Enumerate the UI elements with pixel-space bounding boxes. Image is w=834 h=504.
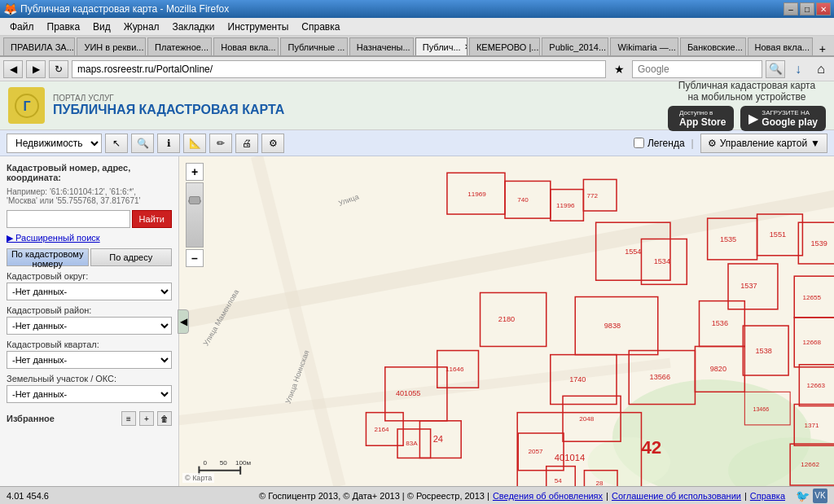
expand-search-link[interactable]: ▶ Расширенный поиск [7,233,172,243]
svg-text:12662: 12662 [801,461,819,468]
new-tab-button[interactable]: + [814,42,831,55]
store-buttons: Доступно в App Store ▶ ЗАГРУЗИТЕ НА Goog… [668,106,826,131]
svg-text:100м: 100м [235,459,252,467]
favorites-add-icon[interactable]: + [139,411,154,426]
cadastral-okrug-label: Кадастровый округ: [7,271,172,281]
favorites-row: Избранное ≡ + 🗑 [7,411,172,426]
svg-text:28: 28 [596,480,604,486]
menu-bookmarks[interactable]: Закладки [166,20,222,34]
search-label: Кадастровый номер, адрес, координата: [7,163,172,182]
svg-text:1537: 1537 [740,282,757,290]
info-tool-button[interactable]: ℹ [157,134,180,153]
reload-button[interactable]: ↻ [49,60,68,78]
search-by-address-tab[interactable]: По адресу [90,248,173,266]
tab-0[interactable]: ПРАВИЛА ЗА...✕ [3,37,75,55]
favorites-list-icon[interactable]: ≡ [121,411,136,426]
maximize-button[interactable]: □ [800,2,814,15]
tab-2[interactable]: Платежное...✕ [147,37,212,55]
menu-help[interactable]: Справка [295,20,346,34]
forward-button[interactable]: ▶ [26,60,46,78]
tab-9[interactable]: Wikimaria —...✕ [610,37,678,55]
menu-tools[interactable]: Инструменты [222,20,296,34]
tab-7[interactable]: КЕМЕРОВО |...✕ [469,37,540,55]
svg-text:13466: 13466 [753,406,769,413]
cursor-tool-button[interactable]: ↖ [105,134,128,153]
favorites-delete-icon[interactable]: 🗑 [157,411,172,426]
tab-6[interactable]: Публич...✕ [415,37,467,55]
title-bar: 🦊 Публичная кадастровая карта - Mozilla … [0,0,834,18]
update-info-link[interactable]: Сведения об обновлениях [493,491,603,501]
close-button[interactable]: ✕ [816,2,831,15]
vk-icon[interactable]: VK [813,489,827,503]
svg-text:42: 42 [641,437,661,458]
app-store-button[interactable]: Доступно в App Store [668,106,734,131]
svg-text:1539: 1539 [811,239,827,248]
zemelniy-label: Земельный участок / ОКС: [7,374,172,383]
print-tool-button[interactable]: 🖨 [235,134,258,153]
google-play-label: Google play [762,116,818,128]
tab-11[interactable]: Новая вкла...✕ [748,37,813,55]
svg-text:0: 0 [203,459,207,467]
search-by-cadastral-tab[interactable]: По кадастровому номеру [7,248,89,266]
help-link[interactable]: Справка [750,491,785,501]
tab-3[interactable]: Новая вкла...✕ [213,37,279,55]
svg-text:2048: 2048 [579,415,595,423]
menu-file[interactable]: Файл [3,20,41,34]
zoom-out-button[interactable]: – [186,249,204,267]
draw-tool-button[interactable]: ✏ [209,134,232,153]
svg-text:1534: 1534 [654,257,670,265]
twitter-icon[interactable]: 🐦 [795,489,810,503]
cadastral-okrug-select[interactable]: -Нет данных- [7,283,172,300]
minimize-button[interactable]: – [784,2,798,15]
share-tool-button[interactable]: ⚙ [261,134,284,153]
terms-link[interactable]: Соглашение об использовании [612,491,741,501]
zemelniy-group: Земельный участок / ОКС: -Нет данных- [7,374,172,403]
svg-text:13566: 13566 [650,373,670,381]
menu-history[interactable]: Журнал [117,20,166,34]
zoom-in-button[interactable]: + [186,163,204,181]
zemelniy-select[interactable]: -Нет данных- [7,385,172,403]
zoom-controls: + – [186,163,204,267]
back-button[interactable]: ◀ [3,60,23,78]
legend-checkbox-label[interactable]: Легенда [634,138,685,149]
svg-text:50: 50 [220,459,228,467]
map-area[interactable]: Улица Маменлова Улица Ноинская Улица 119… [179,156,834,486]
svg-text:12663: 12663 [806,382,825,389]
bookmark-star-icon[interactable]: ★ [609,60,629,78]
zoom-slider[interactable] [186,182,204,248]
tab-1[interactable]: УИН в рекви...✕ [77,37,146,55]
address-input[interactable] [72,60,606,78]
measure-tool-button[interactable]: 📐 [183,134,206,153]
svg-text:2057: 2057 [528,448,543,455]
tab-8[interactable]: Public_2014...✕ [542,37,608,55]
svg-text:11969: 11969 [467,191,486,198]
search-button[interactable]: 🔍 [766,60,785,78]
menu-view[interactable]: Вид [86,20,117,34]
svg-text:54: 54 [555,477,563,484]
tab-4[interactable]: Публичные ...✕ [280,37,347,55]
tab-10[interactable]: Банковские...✕ [680,37,746,55]
legend-checkbox[interactable] [634,138,644,148]
cadastral-rayon-select[interactable]: -Нет данных- [7,317,172,335]
tab-close-6[interactable]: ✕ [464,42,467,51]
menu-edit[interactable]: Правка [41,20,87,34]
main-content: Кадастровый номер, адрес, координата: На… [0,156,834,486]
site-logo: Г [8,87,45,124]
get-on-label: ЗАГРУЗИТЕ НА [762,109,818,116]
search-input[interactable] [632,60,762,78]
find-button[interactable]: Найти [132,210,172,228]
header-right: Публичная кадастровая картана мобильном … [668,80,826,131]
home-icon[interactable]: ⌂ [811,60,831,78]
search-tool-button[interactable]: 🔍 [131,134,154,153]
status-bar: 4.01 454.6 © Госпицентр 2013, © Дата+ 20… [0,486,834,504]
cadastral-search-input[interactable] [7,210,130,228]
tab-5[interactable]: Назначены...✕ [349,37,414,55]
header-title-area: ПОРТАЛ УСЛУГ ПУБЛИЧНАЯ КАДАСТРОВАЯ КАРТА [53,94,668,117]
property-type-dropdown[interactable]: Недвижимость [7,134,102,153]
manage-map-button[interactable]: ⚙ Управление картой ▼ [700,134,827,153]
download-icon[interactable]: ↓ [788,60,808,78]
app-store-label: App Store [679,116,726,128]
sidebar-toggle-arrow[interactable]: ◀ [178,309,189,334]
google-play-button[interactable]: ▶ ЗАГРУЗИТЕ НА Google play [740,106,826,131]
cadastral-kvartal-select[interactable]: -Нет данных- [7,351,172,369]
